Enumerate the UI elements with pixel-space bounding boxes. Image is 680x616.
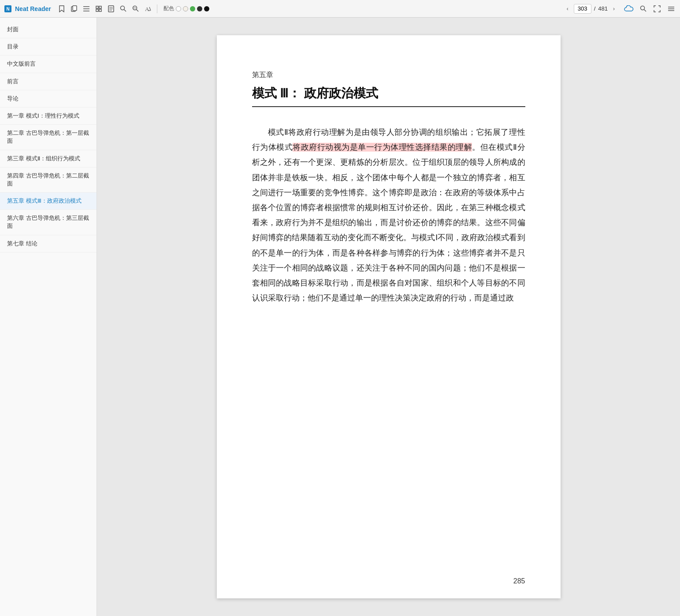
color-dot-beige[interactable] [183, 6, 188, 11]
color-label: 配色 [163, 5, 174, 12]
menu-icon[interactable] [81, 4, 92, 14]
prev-page-button[interactable]: ‹ [563, 4, 572, 13]
sidebar-item-ch1[interactable]: 第一章 模式Ⅰ：理性行为模式 [0, 108, 97, 125]
settings-icon[interactable] [666, 4, 676, 14]
sidebar-item-ch6[interactable]: 第六章 古巴导弹危机：第三层截面 [0, 210, 97, 235]
sidebar-item-ch5[interactable]: 第五章 模式Ⅲ：政府政治模式 [0, 193, 97, 210]
svg-point-15 [121, 6, 125, 10]
page-view-icon[interactable] [106, 4, 116, 14]
toolbar-sep1 [157, 4, 157, 13]
cloud-icon[interactable] [624, 4, 634, 14]
svg-rect-3 [73, 6, 77, 11]
chapter-label: 第五章 [252, 71, 525, 80]
svg-line-21 [149, 7, 151, 11]
fullscreen-icon[interactable] [652, 4, 662, 14]
svg-rect-10 [99, 9, 101, 11]
page-content: 第五章 模式 Ⅲ： 政府政治模式 模式Ⅱ将政府行动理解为是由领导人部分协调的组织… [217, 35, 561, 598]
sidebar-item-preface-cn[interactable]: 中文版前言 [0, 56, 97, 73]
page-navigation: ‹ / 481 › [563, 4, 618, 14]
svg-rect-7 [96, 6, 98, 8]
svg-text:N: N [6, 7, 9, 11]
svg-line-16 [124, 10, 126, 12]
svg-rect-9 [96, 9, 98, 11]
svg-line-18 [137, 10, 139, 12]
page-number: 285 [513, 577, 525, 585]
svg-rect-8 [99, 6, 101, 8]
grid-icon[interactable] [93, 4, 104, 14]
svg-text:A: A [145, 6, 149, 12]
toolbar-right [624, 4, 676, 14]
color-dot-dark[interactable] [197, 6, 202, 11]
highlight-text: 将政府行动视为是单一行为体理性选择结果的理解 [293, 143, 472, 152]
search-icon[interactable] [118, 4, 129, 14]
page-separator: / [594, 5, 596, 12]
toolbar: N Neat Reader A 配色 ‹ / 481 › [0, 0, 680, 18]
body-paragraph: 模式Ⅱ将政府行动理解为是由领导人部分协调的组织输出；它拓展了理性行为体模式将政府… [252, 125, 525, 305]
sidebar-item-ch3[interactable]: 第三章 模式Ⅱ：组织行为模式 [0, 150, 97, 167]
bookmark-icon[interactable] [56, 4, 67, 14]
sidebar: 封面 目录 中文版前言 前言 导论 第一章 模式Ⅰ：理性行为模式 第二章 古巴导… [0, 18, 97, 616]
color-section: 配色 [163, 5, 209, 12]
color-dot-green[interactable] [190, 6, 195, 11]
copy-icon[interactable] [69, 4, 79, 14]
reader-area[interactable]: 第五章 模式 Ⅲ： 政府政治模式 模式Ⅱ将政府行动理解为是由领导人部分协调的组织… [97, 18, 680, 616]
sidebar-item-ch7[interactable]: 第七章 结论 [0, 235, 97, 252]
sidebar-item-cover[interactable]: 封面 [0, 21, 97, 38]
chapter-title: 模式 Ⅲ： 政府政治模式 [252, 85, 525, 107]
color-dot-black[interactable] [204, 6, 209, 11]
svg-line-24 [644, 10, 646, 12]
color-dot-white[interactable] [176, 6, 181, 11]
search-right-icon[interactable] [638, 4, 648, 14]
page-input[interactable] [574, 4, 591, 14]
sidebar-item-ch2[interactable]: 第二章 古巴导弹危机：第一层截面 [0, 125, 97, 150]
sidebar-item-ch4[interactable]: 第四章 古巴导弹危机：第二层截面 [0, 167, 97, 193]
sidebar-item-preface[interactable]: 前言 [0, 73, 97, 90]
svg-point-23 [640, 6, 644, 10]
search2-icon[interactable] [130, 4, 141, 14]
next-page-button[interactable]: › [609, 4, 618, 13]
app-icon: N [4, 4, 12, 13]
font-icon[interactable]: A [143, 4, 153, 14]
app-title: Neat Reader [15, 5, 51, 12]
page-total: 481 [598, 5, 608, 12]
main-content: 封面 目录 中文版前言 前言 导论 第一章 模式Ⅰ：理性行为模式 第二章 古巴导… [0, 18, 680, 616]
app-brand: N Neat Reader [4, 4, 51, 13]
sidebar-item-intro[interactable]: 导论 [0, 90, 97, 108]
sidebar-item-toc[interactable]: 目录 [0, 38, 97, 56]
